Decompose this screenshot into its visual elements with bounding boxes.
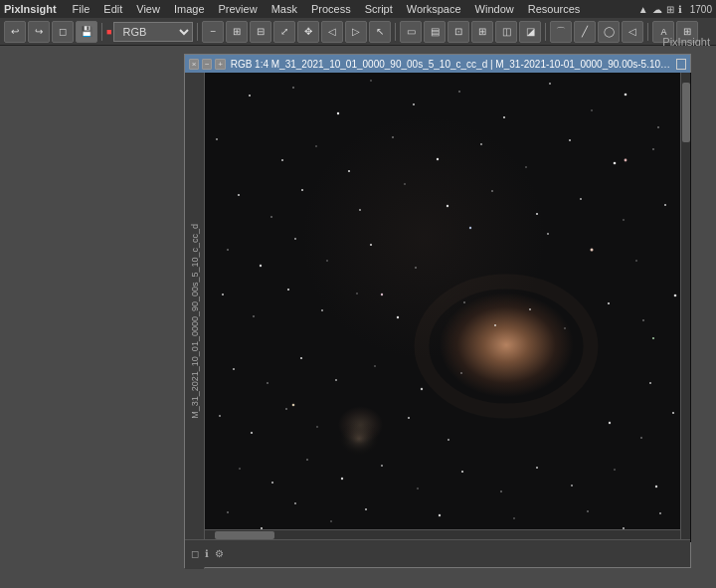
svg-point-73	[672, 412, 674, 414]
vertical-scrollbar[interactable]	[680, 73, 690, 557]
channel-selector[interactable]: RGB R G B L	[113, 22, 193, 42]
svg-point-58	[267, 382, 268, 384]
svg-point-32	[664, 204, 666, 206]
svg-point-28	[491, 190, 493, 192]
svg-point-81	[500, 490, 502, 492]
svg-point-78	[381, 465, 383, 467]
new-window-button[interactable]: ◻	[52, 21, 74, 43]
workspace: × − + RGB 1:4 M_31_2021_10_01_0000_90_00…	[0, 46, 716, 586]
svg-point-53	[642, 319, 644, 321]
tool-3[interactable]: ⊡	[448, 21, 469, 43]
image-window[interactable]: × − + RGB 1:4 M_31_2021_10_01_0000_90_00…	[184, 54, 691, 568]
menu-bar: PixInsight File Edit View Image Preview …	[0, 0, 716, 18]
svg-point-37	[370, 244, 372, 246]
horizontal-scrollbar[interactable]	[205, 529, 680, 539]
tool-select[interactable]: ▤	[424, 21, 446, 43]
svg-point-56	[337, 421, 381, 457]
menu-mask[interactable]: Mask	[266, 2, 303, 16]
zoom-expand-button[interactable]: ⤢	[273, 21, 295, 43]
save-button[interactable]: 💾	[76, 21, 97, 43]
svg-point-49	[494, 324, 496, 326]
svg-point-13	[315, 145, 316, 146]
svg-point-1	[292, 87, 294, 89]
tool-6[interactable]: ◪	[519, 21, 541, 43]
menu-view[interactable]: View	[130, 2, 166, 16]
menu-edit[interactable]: Edit	[97, 2, 128, 16]
fullscreen-button[interactable]	[676, 59, 686, 70]
tool-eye[interactable]: ◯	[598, 21, 620, 43]
svg-point-52	[608, 302, 610, 304]
tool-arrow[interactable]: ◁	[622, 21, 643, 43]
h-scrollbar-thumb[interactable]	[215, 531, 274, 539]
menu-resources[interactable]: Resources	[522, 2, 587, 16]
menu-image[interactable]: Image	[168, 2, 211, 16]
svg-point-67	[285, 408, 287, 410]
menu-preview[interactable]: Preview	[213, 2, 264, 16]
svg-point-22	[238, 194, 240, 196]
svg-point-39	[591, 249, 594, 252]
vertical-label: M_31_2021_10_01_0000_90_00s_5_10_c_cc_d	[185, 73, 205, 569]
svg-point-9	[625, 94, 627, 97]
tool-4[interactable]: ⊞	[471, 21, 493, 43]
app-title: PixInsight	[4, 3, 57, 15]
svg-point-2	[337, 112, 339, 114]
svg-point-80	[461, 471, 463, 473]
tool-5[interactable]: ◫	[495, 21, 517, 43]
svg-point-33	[227, 249, 229, 251]
v-scrollbar-thumb[interactable]	[682, 83, 690, 142]
pointer-tool-button[interactable]: ↖	[369, 21, 391, 43]
preview-icon[interactable]: ◻	[191, 548, 199, 559]
menu-window[interactable]: Window	[469, 2, 520, 16]
window-title: RGB 1:4 M_31_2021_10_01_0000_90_00s_5_10…	[231, 59, 673, 70]
svg-point-40	[547, 233, 549, 235]
zoom-11-button[interactable]: ⊟	[250, 21, 271, 43]
svg-point-59	[300, 357, 302, 359]
svg-point-34	[260, 265, 262, 267]
menu-workspace[interactable]: Workspace	[401, 2, 467, 16]
menu-script[interactable]: Script	[359, 2, 399, 16]
svg-point-79	[417, 488, 418, 489]
sep-2	[197, 23, 198, 41]
settings-icon[interactable]: ⚙	[215, 548, 224, 559]
info-icon[interactable]: ℹ	[205, 548, 209, 559]
tool-rect[interactable]: ▭	[400, 21, 422, 43]
svg-point-26	[404, 183, 405, 184]
zoom-out-button[interactable]: −	[202, 21, 224, 43]
svg-point-17	[480, 143, 482, 145]
svg-point-14	[348, 170, 350, 172]
tool-line[interactable]: ╱	[574, 21, 596, 43]
svg-point-8	[591, 109, 592, 110]
svg-point-86	[227, 511, 229, 513]
svg-point-44	[287, 289, 289, 291]
redo-button[interactable]: ↪	[28, 21, 50, 43]
close-button[interactable]: ×	[189, 59, 199, 70]
menu-process[interactable]: Process	[305, 2, 357, 16]
maximize-button[interactable]: +	[215, 59, 225, 70]
pan-left-button[interactable]: ◁	[321, 21, 343, 43]
zoom-fit-button[interactable]: ⊞	[226, 21, 248, 43]
svg-point-92	[439, 514, 441, 516]
svg-point-99	[625, 159, 627, 162]
pan-right-button[interactable]: ▷	[345, 21, 367, 43]
undo-button[interactable]: ↩	[4, 21, 26, 43]
svg-point-27	[447, 205, 448, 207]
svg-point-101	[292, 404, 295, 407]
svg-point-50	[529, 308, 531, 310]
svg-point-66	[251, 432, 253, 434]
star-field	[205, 73, 691, 542]
tray-icon-4: ℹ	[678, 4, 682, 15]
svg-point-71	[609, 422, 611, 424]
svg-point-82	[536, 467, 538, 469]
move-tool-button[interactable]: ✥	[297, 21, 319, 43]
tool-curve[interactable]: ⌒	[550, 21, 572, 43]
image-titlebar: × − + RGB 1:4 M_31_2021_10_01_0000_90_00…	[185, 55, 690, 73]
svg-point-46	[356, 293, 357, 294]
shade-button[interactable]: −	[202, 59, 212, 70]
svg-point-51	[564, 327, 565, 328]
tray-icon-1: ▲	[638, 4, 648, 15]
image-area	[205, 73, 691, 542]
rgb-indicator: ■	[106, 27, 111, 37]
svg-point-89	[330, 520, 331, 521]
menu-file[interactable]: File	[67, 2, 96, 16]
svg-point-48	[463, 301, 465, 303]
